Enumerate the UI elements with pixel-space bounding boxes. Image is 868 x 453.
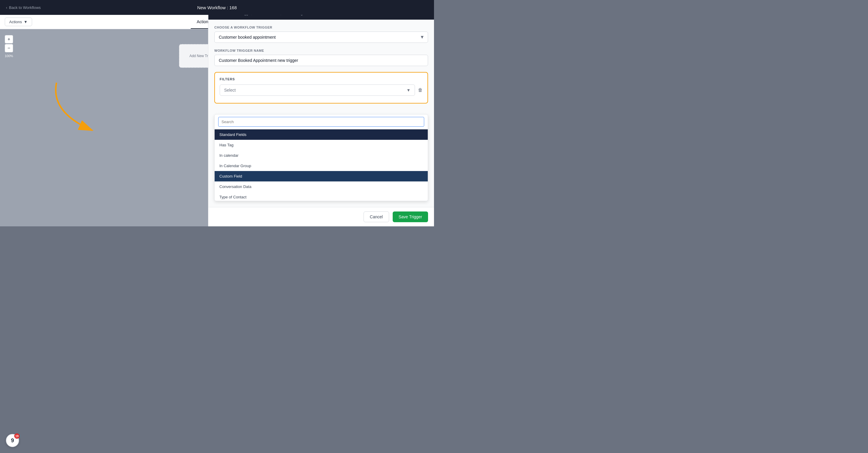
zoom-level-label: 100%	[5, 54, 13, 58]
zoom-in-button[interactable]: +	[5, 35, 13, 43]
filter-select-placeholder: Select	[224, 88, 236, 92]
filter-select-chevron-icon: ▼	[406, 88, 410, 92]
dropdown-item-in-calendar-group[interactable]: In Calendar Group	[215, 161, 428, 171]
filter-search-input[interactable]	[218, 117, 424, 127]
zoom-controls: + − 100%	[5, 35, 13, 58]
dropdown-item-in-calendar[interactable]: In calendar	[215, 150, 428, 161]
filter-select-row: Select ▼ 🗑	[220, 85, 423, 96]
filter-dropdown: Standard Fields Has Tag In calendar In C…	[214, 114, 428, 201]
delete-filter-button[interactable]: 🗑	[418, 87, 423, 93]
actions-label: Actions	[9, 20, 22, 24]
cancel-button[interactable]: Cancel	[364, 211, 389, 222]
filters-label: FILTERS	[220, 77, 423, 81]
filter-select-button[interactable]: Select ▼	[220, 85, 415, 96]
trigger-type-wrapper: Customer booked appointment ▼	[214, 32, 428, 43]
actions-dropdown-button[interactable]: Actions ▼	[5, 18, 32, 26]
back-to-workflows-link[interactable]: ‹ Back to Workflows	[6, 5, 41, 10]
trigger-name-input[interactable]	[214, 55, 428, 66]
panel-body: CHOOSE A WORKFLOW TRIGGER Customer booke…	[208, 20, 434, 207]
right-panel: Workflow Trigger Adds a workflow trigger…	[208, 0, 434, 227]
dropdown-list: Standard Fields Has Tag In calendar In C…	[215, 129, 428, 201]
dropdown-search-wrapper	[215, 115, 428, 129]
arrow-annotation	[39, 77, 134, 142]
trigger-type-label: CHOOSE A WORKFLOW TRIGGER	[214, 26, 428, 29]
back-link-label: Back to Workflows	[9, 5, 41, 10]
dropdown-item-has-tag[interactable]: Has Tag	[215, 140, 428, 150]
dropdown-item-conversation-data[interactable]: Conversation Data	[215, 181, 428, 192]
save-trigger-button[interactable]: Save Trigger	[393, 211, 428, 222]
dropdown-item-standard-fields[interactable]: Standard Fields	[215, 129, 428, 140]
dropdown-item-custom-field[interactable]: Custom Field	[215, 171, 428, 181]
trigger-name-label: WORKFLOW TRIGGER NAME	[214, 49, 428, 52]
actions-chevron-icon: ▼	[24, 20, 28, 24]
panel-footer: Cancel Save Trigger	[208, 207, 434, 227]
filters-section: FILTERS Select ▼ 🗑 Standard Fields	[214, 72, 428, 103]
workflow-title: New Workflow : 168	[197, 5, 237, 10]
top-nav: ‹ Back to Workflows New Workflow : 168	[0, 0, 434, 15]
zoom-out-button[interactable]: −	[5, 44, 13, 52]
back-arrow-icon: ‹	[6, 5, 7, 10]
trigger-type-select[interactable]: Customer booked appointment	[214, 32, 428, 43]
dropdown-item-type-of-contact[interactable]: Type of Contact	[215, 192, 428, 201]
